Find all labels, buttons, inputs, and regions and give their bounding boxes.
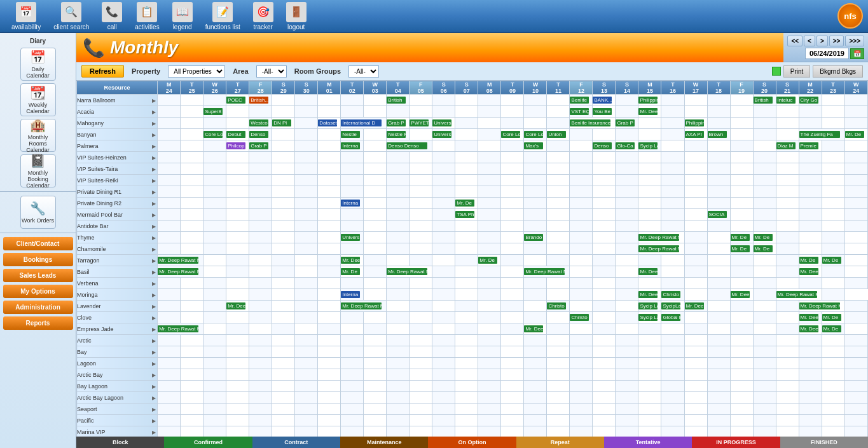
calendar-cell[interactable] [776,118,799,129]
calendar-cell[interactable] [776,415,799,426]
calendar-cell[interactable] [844,163,867,175]
calendar-cell[interactable] [616,198,638,209]
calendar-cell[interactable] [203,163,226,175]
calendar-cell[interactable] [501,152,524,163]
calendar-cell[interactable] [524,312,547,323]
calendar-cell[interactable] [638,323,661,335]
calendar-cell[interactable] [593,278,616,289]
resource-name-cell[interactable]: Pacific▶ [77,415,158,426]
calendar-cell[interactable] [638,426,661,437]
calendar-cell[interactable] [616,266,638,278]
calendar-cell[interactable] [158,221,181,232]
calendar-cell[interactable] [226,198,249,209]
calendar-cell[interactable] [501,335,524,346]
calendar-cell[interactable] [272,232,295,243]
calendar-cell[interactable] [753,369,776,381]
calendar-cell[interactable] [547,175,570,186]
calendar-cell[interactable] [776,266,799,278]
calendar-cell[interactable] [524,404,547,415]
calendar-cell[interactable] [318,312,341,323]
calendar-cell[interactable] [318,369,341,381]
calendar-cell[interactable] [364,129,387,140]
calendar-cell[interactable] [776,221,799,232]
calendar-cell[interactable] [822,163,844,175]
calendar-cell[interactable] [272,95,295,106]
booking-block[interactable]: Global E2C Pte Ltd G [661,314,680,321]
calendar-cell[interactable] [616,232,638,243]
calendar-cell[interactable] [684,323,707,335]
calendar-cell[interactable] [410,221,432,232]
calendar-cell[interactable] [410,358,432,369]
calendar-cell[interactable] [249,381,272,392]
calendar-cell[interactable] [799,335,822,346]
calendar-cell[interactable]: Mr. Deep Raw [638,266,661,278]
calendar-cell[interactable] [387,163,410,175]
calendar-cell[interactable] [661,278,684,289]
calendar-cell[interactable] [226,369,249,381]
calendar-cell[interactable] [822,392,844,404]
calendar-cell[interactable] [295,221,318,232]
calendar-cell[interactable] [638,209,661,221]
calendar-cell[interactable] [776,198,799,209]
calendar-cell[interactable] [387,209,410,221]
calendar-cell[interactable]: Mr. De [478,255,501,266]
calendar-cell[interactable] [249,209,272,221]
calendar-cell[interactable] [455,289,478,301]
calendar-cell[interactable]: Christo [661,289,684,301]
calendar-cell[interactable] [844,175,867,186]
booking-block[interactable]: Mr. Deep Rawat Ms. Delilah - Lead [638,245,679,252]
calendar-cell[interactable] [776,369,799,381]
booking-block[interactable]: DN Pl [272,119,291,126]
calendar-cell[interactable]: Mr. Deep Rawat Ms. Laura- [638,232,684,243]
calendar-cell[interactable] [684,95,707,106]
calendar-cell[interactable] [341,152,364,163]
calendar-cell[interactable] [318,186,341,198]
calendar-cell[interactable]: Benlife [570,95,593,106]
calendar-cell[interactable] [547,118,570,129]
calendar-cell[interactable] [822,278,844,289]
calendar-cell[interactable] [295,346,318,358]
calendar-cell[interactable] [616,255,638,266]
calendar-cell[interactable]: City Go [799,95,822,106]
resource-name-cell[interactable]: Bay Lagoon▶ [77,381,158,392]
calendar-cell[interactable] [364,289,387,301]
calendar-cell[interactable] [410,312,432,323]
calendar-cell[interactable] [570,301,593,312]
calendar-cell[interactable]: VST EQ [570,106,593,118]
calendar-cell[interactable] [341,392,364,404]
calendar-cell[interactable] [478,129,501,140]
calendar-cell[interactable] [478,358,501,369]
calendar-cell[interactable] [661,152,684,163]
calendar-cell[interactable] [616,415,638,426]
calendar-cell[interactable]: Nestle [341,129,364,140]
calendar-cell[interactable] [249,163,272,175]
resource-name-cell[interactable]: Mahogany▶ [77,118,158,129]
calendar-cell[interactable] [684,232,707,243]
calendar-cell[interactable] [684,415,707,426]
calendar-cell[interactable] [295,289,318,301]
calendar-cell[interactable] [707,118,730,129]
calendar-cell[interactable] [181,106,203,118]
calendar-cell[interactable] [364,404,387,415]
calendar-cell[interactable] [272,152,295,163]
calendar-cell[interactable] [341,358,364,369]
calendar-container[interactable]: Resource M24T25W26T27F28S29S30M01T02W03T… [76,81,868,437]
calendar-cell[interactable] [387,198,410,209]
calendar-cell[interactable] [547,198,570,209]
calendar-cell[interactable]: Brown [707,129,730,140]
calendar-cell[interactable] [822,95,844,106]
calendar-cell[interactable]: Brando [524,232,547,243]
calendar-cell[interactable] [570,323,593,335]
calendar-cell[interactable]: Mr. Deep Rawat Ms. Laura - [638,289,661,301]
calendar-cell[interactable] [593,415,616,426]
calendar-cell[interactable] [295,323,318,335]
calendar-cell[interactable] [249,358,272,369]
calendar-cell[interactable] [410,198,432,209]
calendar-cell[interactable] [730,209,753,221]
booking-block[interactable]: Univers [341,234,360,241]
booking-block[interactable]: Mr. De [822,325,841,332]
calendar-cell[interactable] [226,106,249,118]
booking-block[interactable]: Mr. Deep Raw [731,291,750,298]
calendar-cell[interactable] [501,404,524,415]
calendar-cell[interactable] [410,323,432,335]
